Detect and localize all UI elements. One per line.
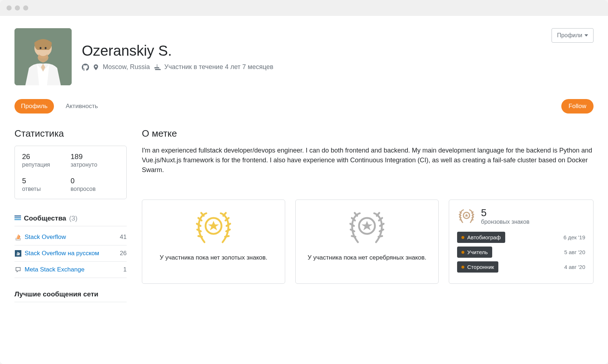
bronze-dot-icon [461, 251, 464, 254]
github-icon[interactable] [82, 64, 89, 71]
window-maximize-button[interactable] [23, 5, 28, 10]
community-item[interactable]: Meta Stack Exchange 1 [14, 262, 127, 278]
chevron-down-icon [584, 34, 588, 37]
user-location: Moscow, Russia [103, 63, 150, 71]
gold-badge-card: У участника пока нет золотых знаков. [142, 200, 285, 284]
stat-questions: 0 вопросов [71, 177, 119, 192]
gold-badge-text: У участника пока нет золотых знаков. [160, 253, 267, 262]
stat-answers: 5 ответы [22, 177, 71, 192]
gold-wreath-icon [192, 208, 235, 248]
window-titlebar [0, 0, 608, 16]
stack-icon [14, 214, 21, 222]
svg-rect-4 [14, 215, 21, 217]
silver-badge-text: У участника пока нет серебряных знаков. [308, 253, 426, 262]
svg-rect-7 [15, 250, 21, 257]
badge-item[interactable]: Автобиограф 6 дек '19 [457, 232, 585, 243]
badge-item[interactable]: Учитель 5 авг '20 [457, 247, 585, 258]
stat-reputation: 26 репутация [22, 153, 71, 168]
cake-icon [153, 64, 161, 71]
network-posts-title: Лучшие сообщения сети [14, 290, 127, 302]
stats-box: 26 репутация 189 затронуто 5 ответы 0 во… [14, 146, 127, 199]
silver-badge-card: У участника пока нет серебряных знаков. [295, 200, 439, 284]
follow-button[interactable]: Follow [561, 99, 594, 114]
bronze-wreath-icon [457, 207, 476, 225]
about-text: I'm an experienced fullstack developer/d… [142, 146, 594, 175]
community-item[interactable]: Stack Overflow 41 [14, 229, 127, 245]
window-minimize-button[interactable] [15, 5, 20, 10]
stackoverflow-ru-icon [14, 250, 22, 257]
user-membership: Участник в течение 4 лет 7 месяцев [164, 63, 273, 71]
bronze-dot-icon [461, 266, 464, 269]
stackoverflow-icon [14, 234, 22, 241]
location-icon [93, 64, 99, 71]
window-close-button[interactable] [7, 5, 12, 10]
communities-count: (3) [69, 214, 77, 222]
svg-rect-5 [14, 217, 21, 218]
bronze-label: бронзовых знаков [481, 219, 529, 225]
meta-se-icon [14, 266, 22, 273]
svg-point-2 [40, 47, 42, 49]
user-name: Ozeranskiy S. [82, 43, 273, 59]
badge-item[interactable]: Сторонник 4 авг '20 [457, 261, 585, 273]
svg-point-3 [45, 47, 47, 49]
user-avatar[interactable] [14, 28, 72, 85]
bronze-count: 5 [481, 207, 529, 219]
about-title: О метке [142, 128, 594, 139]
bronze-badge-card: 5 бронзовых знаков Автобиограф 6 дек '19… [449, 200, 594, 284]
tab-profile[interactable]: Профиль [14, 99, 54, 114]
communities-title: Сообщества [24, 214, 66, 222]
silver-wreath-icon [345, 208, 389, 248]
stat-reached: 189 затронуто [71, 153, 119, 168]
community-item[interactable]: Stack Overflow на русском 26 [14, 245, 127, 262]
svg-rect-6 [14, 219, 21, 220]
stats-title: Статистика [14, 128, 127, 139]
profiles-dropdown[interactable]: Профили [552, 28, 594, 43]
bronze-dot-icon [461, 236, 464, 239]
tab-activity[interactable]: Активность [59, 99, 104, 114]
